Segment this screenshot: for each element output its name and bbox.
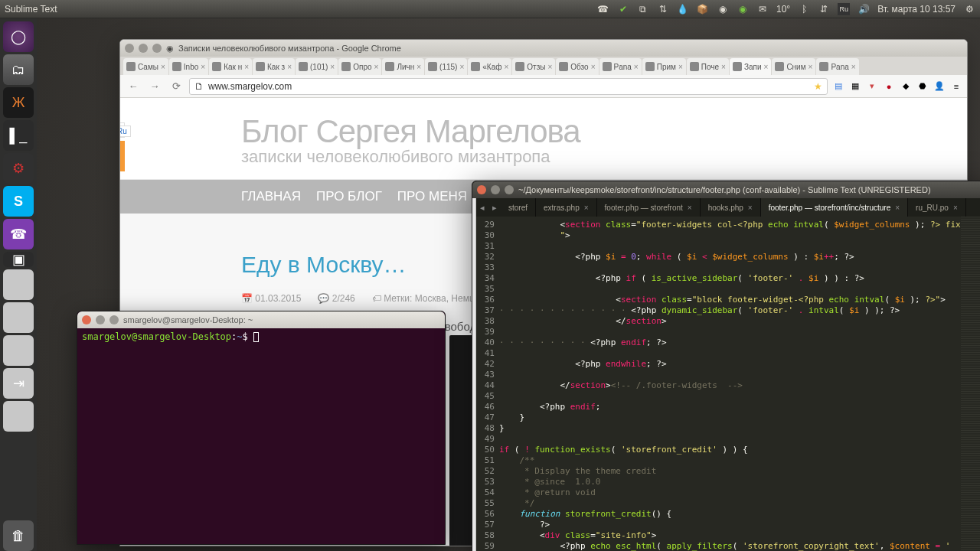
tab-close-icon[interactable]: × (459, 63, 464, 71)
comments-icon[interactable]: 💬 2/246 (318, 293, 354, 304)
tabs-right-icon[interactable]: ▸ (488, 198, 501, 217)
browser-tab[interactable]: Отзы× (512, 58, 555, 75)
editor-tab[interactable]: footer.php — storefront/inc/structure× (761, 198, 908, 217)
code-content[interactable]: <section class="footer-widgets col-<?php… (499, 217, 961, 551)
disk2-icon[interactable] (3, 302, 34, 333)
ext-adblock-icon[interactable]: ⬣ (916, 80, 929, 93)
top-menubar[interactable]: Sublime Text ☎ ✔ ⧉ ⇅ 💧 📦 ◉ ◉ ✉ 10° ᛒ ⇵ R… (0, 0, 980, 18)
tabs-left-icon[interactable]: ◂ (476, 198, 488, 217)
tab-close-icon[interactable]: × (634, 63, 639, 71)
ext-evernote-icon[interactable]: ◆ (900, 80, 912, 93)
tab-close-icon[interactable]: × (547, 63, 552, 71)
sidebar-promo[interactable] (120, 141, 125, 171)
tab-close-icon[interactable]: × (505, 63, 509, 71)
term-max-icon[interactable] (109, 315, 119, 324)
tab-close-icon[interactable]: × (688, 204, 692, 212)
browser-tab[interactable]: Как з× (253, 58, 295, 75)
tab-close-icon[interactable]: × (748, 204, 753, 212)
workspace-switcher-icon[interactable]: ▣ (3, 252, 34, 267)
tab-close-icon[interactable]: × (953, 204, 958, 212)
browser-tab[interactable]: Pana× (599, 58, 642, 75)
tab-close-icon[interactable]: × (330, 63, 335, 71)
session-gear-icon[interactable]: ⚙ (963, 3, 975, 15)
sync-icon[interactable]: ⇅ (657, 3, 669, 15)
editor-tab[interactable]: hooks.php× (701, 198, 761, 217)
weather-temp[interactable]: 10° (776, 4, 790, 15)
star-icon[interactable]: ★ (814, 81, 822, 92)
chrome-tray-icon[interactable]: ◉ (717, 3, 729, 15)
ext-user-icon[interactable]: 👤 (933, 80, 946, 93)
chrome-max-icon[interactable] (152, 44, 162, 53)
browser-tab[interactable]: Прим× (642, 58, 686, 75)
terminal-body[interactable]: smargelov@smargelov-Desktop:~$ (77, 328, 445, 345)
lang-indicator[interactable]: Ru (838, 3, 850, 15)
tab-close-icon[interactable]: × (244, 63, 249, 71)
sublime-titlebar[interactable]: ~/Документы/keepsmoke/storefront/inc/str… (472, 181, 980, 198)
blog-nav-item[interactable]: ПРО МЕНЯ (397, 189, 467, 204)
reload-button[interactable]: ⟳ (168, 78, 185, 95)
terminal-launcher-icon[interactable]: ▌_ (3, 120, 34, 151)
editor-tab[interactable]: ru_RU.po× (908, 198, 966, 217)
skype-launcher-icon[interactable]: S (3, 186, 34, 217)
browser-tab[interactable]: Сним× (772, 58, 815, 75)
forward-button[interactable]: → (146, 78, 163, 95)
disk1-icon[interactable] (3, 269, 34, 300)
minimap[interactable] (961, 217, 980, 551)
browser-tab[interactable]: Личн× (382, 58, 424, 75)
mailru-link[interactable]: Mail.Ru (120, 126, 131, 137)
tab-close-icon[interactable]: × (678, 63, 683, 71)
blog-nav-item[interactable]: ГЛАВНАЯ (241, 189, 301, 204)
tab-close-icon[interactable]: × (161, 63, 165, 71)
subl-close-icon[interactable] (477, 185, 486, 194)
ext-pocket-icon[interactable]: ▾ (866, 80, 878, 93)
terminal-titlebar[interactable]: smargelov@smargelov-Desktop: ~ (77, 311, 445, 328)
ext-translate-icon[interactable]: ▤ (832, 80, 844, 93)
tab-close-icon[interactable]: × (374, 63, 379, 71)
subl-min-icon[interactable] (491, 185, 500, 194)
browser-tab[interactable]: Самы× (123, 58, 168, 75)
back-button[interactable]: ← (125, 78, 142, 95)
ext-qr-icon[interactable]: ▦ (849, 80, 861, 93)
address-bar[interactable]: 🗋 www.smargelov.com ★ (189, 78, 828, 95)
browser-tab[interactable]: Как н× (209, 58, 252, 75)
browser-tab[interactable]: Inbo× (169, 58, 208, 75)
editor-tab[interactable]: extras.php× (536, 198, 597, 217)
tab-close-icon[interactable]: × (808, 63, 813, 71)
disk3-icon[interactable] (3, 335, 34, 366)
updates-icon[interactable]: 📦 (697, 3, 709, 15)
blog-nav-item[interactable]: ПРО БЛОГ (316, 189, 382, 204)
tab-close-icon[interactable]: × (895, 204, 900, 212)
chrome-tab-strip[interactable]: Самы×Inbo×Как н×Как з×(101)×Опро×Личн×(1… (120, 57, 967, 75)
trash-icon[interactable]: 🗑 (3, 520, 34, 551)
sound-icon[interactable]: 🔊 (858, 3, 870, 15)
tab-close-icon[interactable]: × (287, 63, 292, 71)
network-icon[interactable]: ⇵ (818, 3, 830, 15)
browser-tab[interactable]: Обзо× (556, 58, 598, 75)
mail-icon[interactable]: ✉ (756, 3, 769, 15)
chrome-close-icon[interactable] (125, 44, 134, 53)
browser-tab[interactable]: Поче× (687, 58, 729, 75)
browser-tab[interactable]: Pana× (816, 58, 858, 75)
status-ok-icon[interactable]: ✔ (617, 3, 629, 15)
editor-tab[interactable]: footer.php — storefront× (597, 198, 701, 217)
usb-disk-icon[interactable]: ⇥ (3, 368, 34, 399)
chrome-menu-icon[interactable]: ≡ (950, 80, 962, 93)
ext-pinterest-icon[interactable]: ● (883, 80, 895, 93)
browser-tab[interactable]: (115)× (425, 58, 467, 75)
clock[interactable]: Вт. марта 10 13:57 (877, 4, 956, 15)
dash-icon[interactable]: ◯ (3, 21, 34, 52)
subl-max-icon[interactable] (505, 185, 514, 194)
tab-close-icon[interactable]: × (851, 63, 856, 71)
browser-tab[interactable]: «Каф× (468, 58, 511, 75)
disk4-icon[interactable] (3, 401, 34, 432)
tab-close-icon[interactable]: × (591, 63, 596, 71)
water-icon[interactable]: 💧 (677, 3, 689, 15)
term-min-icon[interactable] (96, 315, 105, 324)
bluetooth-icon[interactable]: ᛒ (798, 3, 810, 15)
tab-close-icon[interactable]: × (584, 204, 589, 212)
browser-tab[interactable]: Запи× (730, 58, 771, 75)
tab-close-icon[interactable]: × (764, 63, 769, 71)
browser-tab[interactable]: (101)× (296, 58, 338, 75)
viber-tray-icon[interactable]: ☎ (597, 3, 609, 15)
dropbox-icon[interactable]: ⧉ (637, 3, 649, 15)
